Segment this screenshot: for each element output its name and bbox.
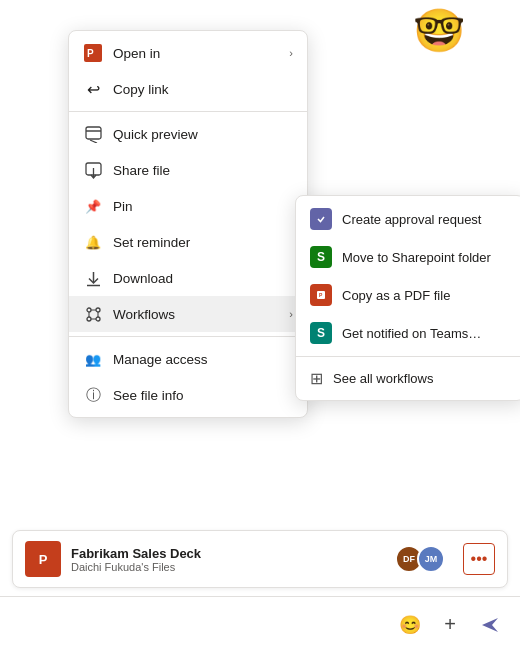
menu-section-2: Quick preview Share file 📌 Pin 🔔 Set rem… xyxy=(69,111,307,336)
user-avatar: 🤓 xyxy=(413,10,465,52)
svg-point-16 xyxy=(315,213,327,225)
avatar-2: JM xyxy=(417,545,445,573)
approval-icon xyxy=(310,208,332,230)
svg-line-4 xyxy=(90,140,97,143)
send-button[interactable] xyxy=(476,611,504,639)
pdf-icon: P xyxy=(310,284,332,306)
download-label: Download xyxy=(113,271,293,286)
copy-link-icon: ↩ xyxy=(83,79,103,99)
ppt-icon: P xyxy=(83,43,103,63)
workflows-arrow: › xyxy=(289,308,293,320)
submenu-item-see-all-workflows[interactable]: ⊞ See all workflows xyxy=(296,361,520,396)
file-info-label: See file info xyxy=(113,388,293,403)
reminder-label: Set reminder xyxy=(113,235,293,250)
file-info: Fabrikam Sales Deck Daichi Fukuda's File… xyxy=(71,546,385,573)
submenu-section-2: ⊞ See all workflows xyxy=(296,356,520,400)
create-approval-label: Create approval request xyxy=(342,212,481,227)
three-dots-button[interactable]: ••• xyxy=(463,543,495,575)
svg-point-9 xyxy=(96,308,100,312)
file-icon-letter: P xyxy=(39,552,48,567)
open-in-label: Open in xyxy=(113,46,279,61)
bottom-bar: 😊 + xyxy=(0,596,520,652)
share-file-icon xyxy=(83,160,103,180)
workflows-label: Workflows xyxy=(113,307,279,322)
workflows-icon xyxy=(83,304,103,324)
sharepoint-icon: S xyxy=(310,246,332,268)
menu-item-workflows[interactable]: Workflows › xyxy=(69,296,307,332)
submenu: Create approval request S Move to Sharep… xyxy=(295,195,520,401)
see-all-workflows-label: See all workflows xyxy=(333,371,433,386)
open-in-arrow: › xyxy=(289,47,293,59)
menu-item-pin[interactable]: 📌 Pin xyxy=(69,188,307,224)
teams-notify-icon: S xyxy=(310,322,332,344)
menu-item-quick-preview[interactable]: Quick preview xyxy=(69,116,307,152)
manage-access-label: Manage access xyxy=(113,352,293,367)
manage-access-icon: 👥 xyxy=(83,349,103,369)
file-type-icon: P xyxy=(25,541,61,577)
menu-item-manage-access[interactable]: 👥 Manage access xyxy=(69,341,307,377)
file-name: Fabrikam Sales Deck xyxy=(71,546,385,561)
menu-section-3: 👥 Manage access ⓘ See file info xyxy=(69,336,307,417)
move-sharepoint-label: Move to Sharepoint folder xyxy=(342,250,491,265)
pin-icon: 📌 xyxy=(83,196,103,216)
svg-point-10 xyxy=(87,317,91,321)
submenu-item-get-notified[interactable]: S Get notified on Teams… xyxy=(296,314,520,352)
submenu-item-create-approval[interactable]: Create approval request xyxy=(296,200,520,238)
menu-item-set-reminder[interactable]: 🔔 Set reminder xyxy=(69,224,307,260)
copy-link-label: Copy link xyxy=(113,82,293,97)
svg-point-8 xyxy=(87,308,91,312)
menu-item-download[interactable]: Download xyxy=(69,260,307,296)
submenu-item-copy-pdf[interactable]: P Copy as a PDF file xyxy=(296,276,520,314)
svg-rect-2 xyxy=(86,127,101,139)
svg-text:P: P xyxy=(87,48,94,59)
download-icon xyxy=(83,268,103,288)
menu-item-share-file[interactable]: Share file xyxy=(69,152,307,188)
file-card: P Fabrikam Sales Deck Daichi Fukuda's Fi… xyxy=(12,530,508,588)
copy-pdf-label: Copy as a PDF file xyxy=(342,288,450,303)
context-menu: P Open in › ↩ Copy link Quick preview xyxy=(68,30,308,418)
emoji-button[interactable]: 😊 xyxy=(396,611,424,639)
quick-preview-icon xyxy=(83,124,103,144)
file-avatars: DF JM xyxy=(395,545,445,573)
quick-preview-label: Quick preview xyxy=(113,127,293,142)
menu-item-see-file-info[interactable]: ⓘ See file info xyxy=(69,377,307,413)
menu-item-copy-link[interactable]: ↩ Copy link xyxy=(69,71,307,107)
see-all-workflows-icon: ⊞ xyxy=(310,369,323,388)
get-notified-label: Get notified on Teams… xyxy=(342,326,481,341)
pin-label: Pin xyxy=(113,199,293,214)
file-info-icon: ⓘ xyxy=(83,385,103,405)
share-file-label: Share file xyxy=(113,163,293,178)
reminder-icon: 🔔 xyxy=(83,232,103,252)
svg-point-11 xyxy=(96,317,100,321)
submenu-item-move-sharepoint[interactable]: S Move to Sharepoint folder xyxy=(296,238,520,276)
file-subtitle: Daichi Fukuda's Files xyxy=(71,561,385,573)
menu-section-1: P Open in › ↩ Copy link xyxy=(69,31,307,111)
submenu-section-1: Create approval request S Move to Sharep… xyxy=(296,196,520,356)
menu-item-open-in[interactable]: P Open in › xyxy=(69,35,307,71)
add-button[interactable]: + xyxy=(436,611,464,639)
